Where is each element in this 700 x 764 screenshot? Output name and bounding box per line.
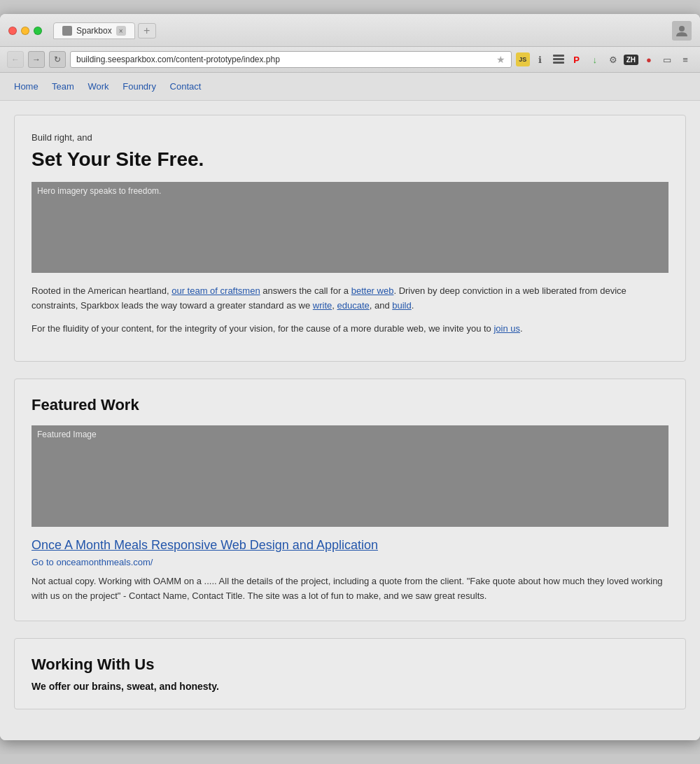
zh-badge[interactable]: ZH — [624, 55, 638, 65]
browser-content: Home Team Work Foundry Contact Build rig… — [0, 73, 700, 740]
content-area: Build right, and Set Your Site Free. Her… — [0, 101, 700, 740]
user-icon — [676, 25, 687, 36]
menu-icon[interactable]: ≡ — [678, 52, 693, 67]
svg-rect-2 — [553, 58, 564, 60]
featured-image: Featured Image — [31, 425, 668, 527]
team-craftsmen-link[interactable]: our team of craftsmen — [172, 285, 260, 296]
featured-image-label: Featured Image — [37, 430, 97, 439]
back-button[interactable]: ← — [7, 51, 24, 68]
build-link[interactable]: build — [392, 300, 411, 311]
pre-headline: Build right, and — [31, 132, 668, 143]
nav-link-team[interactable]: Team — [52, 81, 74, 92]
close-window-button[interactable] — [8, 27, 17, 35]
address-bar[interactable]: building.seesparkbox.com/content-prototy… — [70, 51, 512, 68]
working-subtitle: We offer our brains, sweat, and honesty. — [31, 681, 668, 692]
cast-icon[interactable]: ▭ — [659, 52, 675, 67]
working-with-us-section: Working With Us We offer our brains, swe… — [14, 638, 686, 709]
nav-link-home[interactable]: Home — [14, 81, 38, 92]
browser-toolbar: ← → ↻ building.seesparkbox.com/content-p… — [0, 47, 700, 73]
refresh-button[interactable]: ↻ — [49, 51, 66, 68]
traffic-lights — [8, 27, 42, 35]
hero-image-label: Hero imagery speaks to freedom. — [37, 186, 161, 196]
hero-body-text-2: For the fluidity of your content, for th… — [31, 322, 668, 337]
pinterest-icon[interactable]: P — [569, 52, 584, 67]
svg-rect-3 — [553, 62, 564, 64]
download-icon[interactable]: ↓ — [587, 52, 603, 67]
bookmark-icon[interactable]: ★ — [496, 54, 505, 65]
extension-icon-circle[interactable]: ● — [641, 52, 657, 67]
tab-favicon — [62, 26, 72, 36]
new-tab-button[interactable]: + — [138, 23, 156, 38]
minimize-window-button[interactable] — [21, 27, 29, 35]
js-icon[interactable]: JS — [516, 52, 530, 66]
tab-title: Sparkbox — [76, 26, 112, 36]
working-title: Working With Us — [31, 656, 668, 674]
project-description: Not actual copy. Working with OAMM on a … — [31, 574, 668, 604]
featured-work-section: Featured Work Featured Image Once A Mont… — [14, 379, 686, 621]
nav-link-foundry[interactable]: Foundry — [122, 81, 156, 92]
hero-body-text-1: Rooted in the American heartland, our te… — [31, 284, 668, 313]
join-us-link[interactable]: join us — [493, 323, 520, 334]
forward-button[interactable]: → — [28, 51, 45, 68]
hero-image: Hero imagery speaks to freedom. — [31, 182, 668, 273]
hero-section: Build right, and Set Your Site Free. Her… — [14, 115, 686, 362]
better-web-link[interactable]: better web — [351, 285, 394, 296]
toolbar-icons: JS ℹ P ↓ ⚙ ZH ● ▭ ≡ — [516, 52, 693, 67]
settings-icon[interactable]: ⚙ — [606, 52, 621, 67]
main-headline: Set Your Site Free. — [31, 148, 668, 171]
url-text: building.seesparkbox.com/content-prototy… — [76, 55, 492, 64]
svg-point-0 — [679, 26, 685, 31]
nav-link-work[interactable]: Work — [88, 81, 109, 92]
info-icon[interactable]: ℹ — [533, 52, 548, 67]
site-navigation: Home Team Work Foundry Contact — [0, 73, 700, 101]
svg-rect-1 — [553, 55, 564, 57]
browser-tab[interactable]: Sparkbox × — [53, 22, 135, 39]
project-title-link[interactable]: Once A Month Meals Responsive Web Design… — [31, 538, 668, 553]
project-url-link[interactable]: Go to onceamonthmeals.com/ — [31, 557, 668, 567]
layers-icon[interactable] — [551, 52, 566, 67]
tab-bar: Sparkbox × + — [53, 22, 666, 39]
browser-titlebar: Sparkbox × + — [0, 14, 700, 47]
educate-link[interactable]: educate — [337, 300, 369, 311]
nav-link-contact[interactable]: Contact — [170, 81, 202, 92]
tab-close-button[interactable]: × — [116, 26, 126, 36]
maximize-window-button[interactable] — [34, 27, 42, 35]
write-link[interactable]: write — [313, 300, 332, 311]
browser-window: Sparkbox × + ← → ↻ building — [0, 14, 700, 740]
profile-icon — [672, 21, 692, 41]
featured-work-title: Featured Work — [31, 396, 668, 414]
